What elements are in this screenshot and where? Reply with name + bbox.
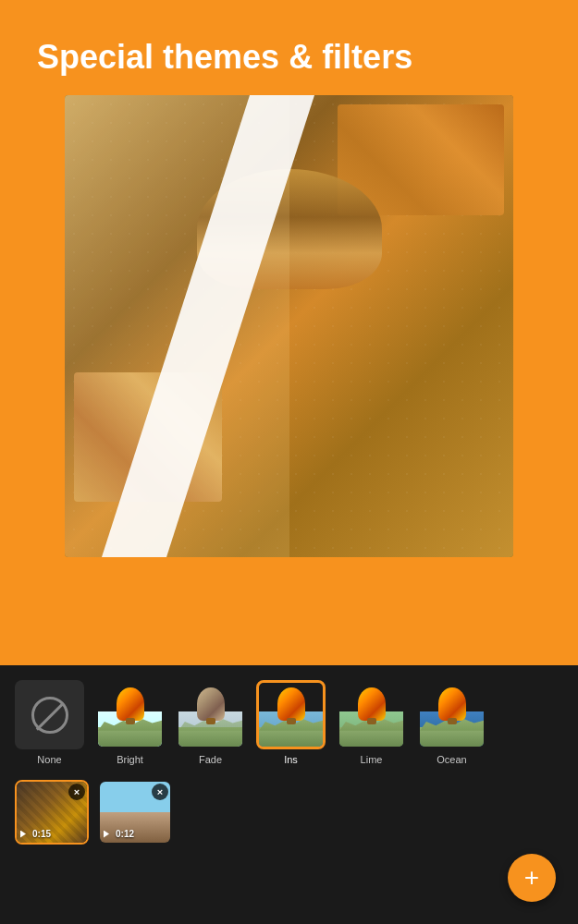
timeline-clip-1[interactable]: × 0:15 bbox=[15, 780, 89, 845]
close-icon: × bbox=[74, 787, 80, 797]
lime-basket bbox=[367, 718, 376, 724]
clip-2-duration: 0:12 bbox=[104, 829, 134, 839]
add-clip-button[interactable]: + bbox=[508, 854, 556, 902]
balloon-lime bbox=[339, 683, 403, 747]
filter-bright-thumb[interactable] bbox=[95, 680, 165, 749]
ins-basket bbox=[287, 718, 296, 724]
filter-none[interactable]: None bbox=[15, 680, 84, 765]
filter-none-label: None bbox=[37, 754, 61, 765]
main-preview bbox=[65, 95, 513, 557]
filter-none-thumb[interactable] bbox=[15, 680, 84, 749]
bottom-panel: None Bright bbox=[0, 665, 578, 924]
lime-balloon bbox=[358, 687, 386, 721]
filter-ins-label: Ins bbox=[284, 754, 298, 765]
filter-fade-thumb[interactable] bbox=[176, 680, 245, 749]
video-icon-2 bbox=[104, 831, 113, 838]
preview-image bbox=[65, 95, 513, 557]
fade-basket bbox=[206, 718, 215, 724]
page-title: Special themes & filters bbox=[37, 37, 541, 77]
filter-fade[interactable]: Fade bbox=[176, 680, 245, 765]
filter-fade-label: Fade bbox=[199, 754, 222, 765]
filter-ocean-thumb[interactable] bbox=[417, 680, 486, 749]
none-icon bbox=[31, 697, 68, 734]
balloon-fade bbox=[178, 683, 242, 747]
balloon-ocean bbox=[420, 683, 484, 747]
filter-lime-thumb[interactable] bbox=[337, 680, 406, 749]
clip-2-time: 0:12 bbox=[116, 829, 134, 839]
ocean-basket bbox=[448, 718, 457, 724]
filter-bright[interactable]: Bright bbox=[95, 680, 165, 765]
filter-ocean-label: Ocean bbox=[437, 754, 466, 765]
clip-1-duration: 0:15 bbox=[20, 829, 51, 839]
video-icon-1 bbox=[20, 831, 30, 838]
clip-1-remove-button[interactable]: × bbox=[68, 784, 85, 800]
timeline-clip-2[interactable]: × 0:12 bbox=[98, 780, 172, 845]
filter-lime[interactable]: Lime bbox=[337, 680, 406, 765]
balloon-ins bbox=[259, 683, 323, 747]
ins-balloon bbox=[277, 687, 305, 721]
bright-basket bbox=[126, 718, 135, 724]
clip-1-time: 0:15 bbox=[32, 829, 51, 839]
balloon-bright bbox=[98, 683, 162, 747]
header: Special themes & filters bbox=[0, 0, 578, 95]
filter-ins[interactable]: Ins bbox=[256, 680, 326, 765]
filter-lime-label: Lime bbox=[361, 754, 383, 765]
close-icon-2: × bbox=[157, 787, 163, 797]
fade-balloon bbox=[197, 687, 225, 721]
filter-ocean[interactable]: Ocean bbox=[417, 680, 486, 765]
clip-2-remove-button[interactable]: × bbox=[152, 784, 168, 800]
ocean-balloon bbox=[438, 687, 466, 721]
filter-slash-line bbox=[65, 95, 513, 557]
filters-row: None Bright bbox=[0, 665, 578, 772]
timeline-row: × 0:15 × 0:12 bbox=[0, 772, 578, 852]
filter-ins-thumb[interactable] bbox=[256, 680, 326, 749]
filter-bright-label: Bright bbox=[117, 754, 143, 765]
bright-balloon bbox=[117, 687, 144, 721]
add-icon: + bbox=[524, 863, 539, 893]
